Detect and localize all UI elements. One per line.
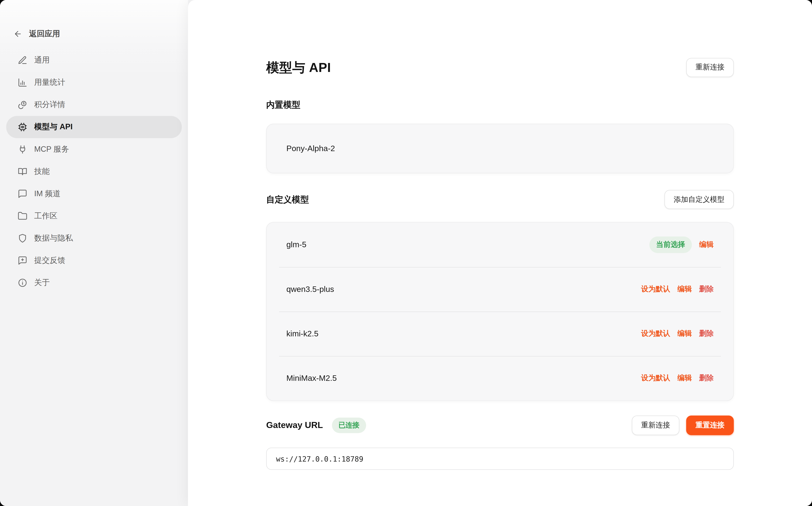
delete-link[interactable]: 删除 bbox=[699, 373, 714, 383]
custom-model-name: MiniMax-M2.5 bbox=[286, 373, 337, 383]
model-row-actions: 设为默认编辑删除 bbox=[641, 373, 714, 383]
info-icon bbox=[17, 278, 27, 287]
custom-model-name: qwen3.5-plus bbox=[286, 285, 334, 294]
sidebar-item-label: 数据与隐私 bbox=[34, 233, 73, 243]
sidebar-item-label: 积分详情 bbox=[34, 100, 65, 109]
sidebar-item-0[interactable]: 通用 bbox=[6, 49, 182, 71]
custom-model-name: kimi-k2.5 bbox=[286, 329, 318, 338]
sidebar-item-3[interactable]: 模型与 API bbox=[6, 116, 182, 138]
coins-icon bbox=[17, 100, 27, 109]
sidebar-item-8[interactable]: 数据与隐私 bbox=[6, 227, 182, 249]
model-row-actions: 设为默认编辑删除 bbox=[641, 285, 714, 294]
sidebar-item-label: IM 频道 bbox=[34, 189, 61, 199]
sidebar-item-label: 提交反馈 bbox=[34, 256, 65, 265]
custom-model-list: glm-5当前选择编辑qwen3.5-plus设为默认编辑删除kimi-k2.5… bbox=[266, 222, 734, 401]
feedback-plus-icon bbox=[17, 256, 27, 265]
model-row-actions: 当前选择编辑 bbox=[650, 237, 714, 253]
gateway-url-label: Gateway URL bbox=[266, 420, 323, 431]
sidebar-item-10[interactable]: 关于 bbox=[6, 272, 182, 294]
sidebar-item-label: 技能 bbox=[34, 167, 50, 176]
book-open-icon bbox=[17, 167, 27, 176]
sidebar-item-6[interactable]: IM 频道 bbox=[6, 183, 182, 205]
edit-link[interactable]: 编辑 bbox=[699, 240, 714, 249]
set-default-link[interactable]: 设为默认 bbox=[641, 285, 670, 294]
pencil-icon bbox=[17, 55, 27, 65]
sidebar-menu: 通用用量统计积分详情模型与 APIMCP 服务技能IM 频道工作区数据与隐私提交… bbox=[6, 49, 182, 294]
sidebar-item-2[interactable]: 积分详情 bbox=[6, 94, 182, 116]
back-to-app-link[interactable]: 返回应用 bbox=[13, 29, 60, 39]
sidebar-item-label: 通用 bbox=[34, 55, 50, 65]
sidebar-item-9[interactable]: 提交反馈 bbox=[6, 249, 182, 272]
settings-window: 返回应用 通用用量统计积分详情模型与 APIMCP 服务技能IM 频道工作区数据… bbox=[0, 0, 812, 506]
sidebar-item-5[interactable]: 技能 bbox=[6, 161, 182, 183]
bar-chart-icon bbox=[17, 78, 27, 87]
custom-models-heading: 自定义模型 bbox=[266, 194, 309, 205]
current-selection-badge: 当前选择 bbox=[650, 237, 692, 253]
gateway-reconnect-button[interactable]: 重新连接 bbox=[632, 416, 679, 435]
builtin-models-heading: 内置模型 bbox=[266, 99, 734, 111]
plug-icon bbox=[17, 144, 27, 154]
custom-model-name: glm-5 bbox=[286, 240, 306, 249]
delete-link[interactable]: 删除 bbox=[699, 285, 714, 294]
set-default-link[interactable]: 设为默认 bbox=[641, 329, 670, 338]
edit-link[interactable]: 编辑 bbox=[677, 329, 692, 338]
page-title: 模型与 API bbox=[266, 59, 331, 76]
model-row-actions: 设为默认编辑删除 bbox=[641, 329, 714, 338]
main-panel: 模型与 API 重新连接 内置模型 Pony-Alpha-2 自定义模型 添加自… bbox=[188, 0, 812, 506]
back-to-app-label: 返回应用 bbox=[29, 29, 60, 39]
delete-link[interactable]: 删除 bbox=[699, 329, 714, 338]
add-custom-model-button[interactable]: 添加自定义模型 bbox=[664, 190, 734, 209]
sidebar-item-label: 关于 bbox=[34, 278, 50, 287]
sidebar-item-label: 模型与 API bbox=[34, 122, 73, 132]
edit-link[interactable]: 编辑 bbox=[677, 285, 692, 294]
edit-link[interactable]: 编辑 bbox=[677, 373, 692, 383]
model-row: MiniMax-M2.5设为默认编辑删除 bbox=[267, 356, 733, 401]
arrow-left-icon bbox=[13, 29, 22, 38]
reconnect-button[interactable]: 重新连接 bbox=[686, 58, 734, 77]
connected-status-badge: 已连接 bbox=[332, 418, 366, 433]
model-row: qwen3.5-plus设为默认编辑删除 bbox=[267, 267, 733, 312]
sidebar-item-label: 用量统计 bbox=[34, 78, 65, 87]
sidebar-item-1[interactable]: 用量统计 bbox=[6, 71, 182, 94]
cpu-icon bbox=[17, 122, 27, 132]
sidebar: 返回应用 通用用量统计积分详情模型与 APIMCP 服务技能IM 频道工作区数据… bbox=[0, 0, 188, 506]
set-default-link[interactable]: 设为默认 bbox=[641, 373, 670, 383]
sidebar-item-label: 工作区 bbox=[34, 211, 57, 221]
model-row: kimi-k2.5设为默认编辑删除 bbox=[267, 312, 733, 356]
shield-icon bbox=[17, 233, 27, 243]
folder-icon bbox=[17, 211, 27, 221]
builtin-model-card: Pony-Alpha-2 bbox=[266, 123, 734, 173]
model-row: glm-5当前选择编辑 bbox=[267, 223, 733, 267]
sidebar-item-label: MCP 服务 bbox=[34, 144, 69, 154]
sidebar-item-4[interactable]: MCP 服务 bbox=[6, 138, 182, 161]
gateway-reset-button[interactable]: 重置连接 bbox=[686, 416, 734, 435]
builtin-model-name: Pony-Alpha-2 bbox=[286, 144, 335, 153]
sidebar-item-7[interactable]: 工作区 bbox=[6, 205, 182, 227]
gateway-url-input[interactable] bbox=[266, 447, 734, 470]
message-square-icon bbox=[17, 189, 27, 199]
